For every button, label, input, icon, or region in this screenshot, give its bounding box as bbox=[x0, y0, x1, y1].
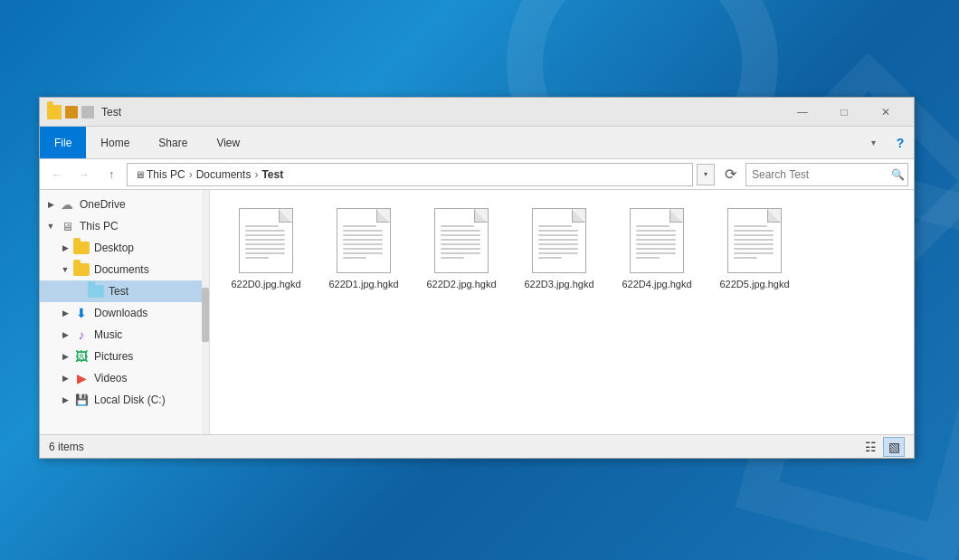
large-icons-view-icon: ▧ bbox=[888, 440, 900, 454]
items-count: 6 items bbox=[49, 441, 84, 453]
sidebar-item-music[interactable]: ▶ ♪ Music bbox=[40, 324, 209, 346]
documents-folder-icon bbox=[72, 261, 90, 279]
file-name: 622D1.jpg.hgkd bbox=[328, 279, 398, 289]
search-input[interactable] bbox=[752, 168, 888, 181]
doc-line bbox=[343, 257, 366, 259]
path-dropdown-button[interactable]: ▾ bbox=[697, 164, 715, 185]
path-separator-1: › bbox=[189, 168, 193, 181]
back-button[interactable]: ← bbox=[45, 163, 69, 186]
file-item[interactable]: 622D4.jpg.hgkd bbox=[612, 201, 702, 423]
status-bar: 6 items ☷ ▧ bbox=[40, 434, 914, 458]
forward-button[interactable]: → bbox=[72, 163, 96, 186]
window-controls: — □ ✕ bbox=[782, 98, 907, 127]
doc-line bbox=[343, 234, 383, 236]
file-item[interactable]: 622D0.jpg.hgkd bbox=[221, 201, 311, 423]
doc-line bbox=[245, 239, 285, 241]
large-icons-view-button[interactable]: ▧ bbox=[883, 437, 905, 457]
search-icon[interactable]: 🔍 bbox=[891, 168, 905, 181]
doc-line bbox=[734, 225, 767, 227]
expand-arrow-music: ▶ bbox=[58, 327, 72, 342]
pictures-icon: 🖼 bbox=[72, 347, 90, 365]
document-icon bbox=[727, 208, 782, 273]
file-item[interactable]: 622D3.jpg.hgkd bbox=[514, 201, 604, 423]
tab-view[interactable]: View bbox=[202, 127, 254, 158]
ribbon-more-button[interactable]: ▾ bbox=[859, 127, 887, 158]
doc-line bbox=[538, 239, 578, 241]
sidebar-scrollbar-track[interactable] bbox=[202, 190, 209, 434]
doc-line bbox=[343, 239, 383, 241]
search-box[interactable]: 🔍 bbox=[745, 163, 908, 186]
file-name: 622D0.jpg.hgkd bbox=[231, 279, 300, 289]
doc-lines bbox=[538, 225, 578, 259]
doc-line bbox=[343, 225, 376, 227]
doc-line bbox=[636, 257, 660, 259]
sidebar-item-videos[interactable]: ▶ ▶ Videos bbox=[40, 367, 209, 389]
document-icon bbox=[532, 208, 586, 273]
doc-line bbox=[245, 234, 285, 236]
sidebar-item-localdisk[interactable]: ▶ 💾 Local Disk (C:) bbox=[40, 389, 209, 411]
doc-line bbox=[343, 243, 383, 245]
refresh-button[interactable]: ⟳ bbox=[718, 163, 742, 186]
doc-line bbox=[538, 234, 578, 236]
expand-arrow-desktop: ▶ bbox=[58, 241, 72, 255]
doc-line bbox=[343, 248, 383, 250]
expand-arrow-downloads: ▶ bbox=[58, 306, 72, 320]
tab-home[interactable]: Home bbox=[86, 127, 144, 158]
sidebar-item-desktop[interactable]: ▶ Desktop bbox=[40, 237, 209, 259]
doc-line bbox=[734, 239, 774, 241]
minimize-button[interactable]: — bbox=[782, 98, 823, 127]
file-name: 622D2.jpg.hgkd bbox=[426, 279, 496, 289]
doc-line bbox=[245, 257, 269, 259]
title-folder-icon bbox=[47, 105, 62, 119]
doc-lines bbox=[245, 225, 285, 259]
help-button[interactable]: ? bbox=[887, 127, 914, 158]
doc-line bbox=[734, 257, 757, 259]
doc-line bbox=[245, 225, 279, 227]
maximize-button[interactable]: □ bbox=[823, 98, 865, 127]
sidebar-item-downloads[interactable]: ▶ ⬇ Downloads bbox=[40, 302, 209, 324]
videos-icon: ▶ bbox=[72, 369, 90, 387]
doc-line bbox=[441, 230, 480, 232]
sidebar-item-onedrive[interactable]: ▶ ☁ OneDrive bbox=[40, 194, 209, 215]
doc-line bbox=[538, 225, 572, 227]
title-icon3 bbox=[81, 106, 94, 119]
doc-line bbox=[441, 234, 480, 236]
up-arrow-icon: ↑ bbox=[109, 168, 114, 181]
close-button[interactable]: ✕ bbox=[865, 98, 907, 127]
sidebar-label-videos: Videos bbox=[94, 372, 127, 384]
sidebar-scrollbar-thumb[interactable] bbox=[202, 288, 209, 342]
desktop-folder-icon bbox=[72, 239, 90, 257]
doc-line bbox=[538, 230, 578, 232]
document-icon bbox=[239, 208, 293, 273]
sidebar-item-documents[interactable]: ▼ Documents bbox=[40, 259, 209, 280]
doc-lines bbox=[343, 225, 383, 259]
doc-line bbox=[636, 252, 676, 254]
sidebar: ▶ ☁ OneDrive ▼ 🖥 This PC ▶ Des bbox=[40, 190, 210, 434]
view-controls: ☷ ▧ bbox=[859, 437, 905, 457]
sidebar-item-pictures[interactable]: ▶ 🖼 Pictures bbox=[40, 346, 209, 367]
refresh-icon: ⟳ bbox=[725, 166, 736, 183]
doc-line bbox=[441, 248, 480, 250]
file-item[interactable]: 622D1.jpg.hgkd bbox=[318, 201, 409, 423]
details-view-button[interactable]: ☷ bbox=[859, 437, 881, 457]
sidebar-label-documents: Documents bbox=[94, 263, 149, 276]
window-title: Test bbox=[101, 106, 782, 119]
up-button[interactable]: ↑ bbox=[100, 163, 123, 186]
doc-line bbox=[734, 234, 774, 236]
doc-line bbox=[538, 243, 578, 245]
tab-file[interactable]: File bbox=[40, 127, 86, 158]
doc-line bbox=[734, 252, 774, 254]
doc-line bbox=[636, 243, 676, 245]
path-documents: Documents bbox=[196, 168, 252, 181]
address-path[interactable]: 🖥 This PC › Documents › Test bbox=[127, 163, 693, 186]
sidebar-item-test[interactable]: ▶ Test bbox=[40, 280, 209, 302]
explorer-window: Test — □ ✕ File Home Share View ▾ ? ← bbox=[39, 97, 915, 459]
sidebar-label-onedrive: OneDrive bbox=[80, 198, 126, 211]
sidebar-item-thispc[interactable]: ▼ 🖥 This PC bbox=[40, 215, 209, 237]
file-item[interactable]: 622D2.jpg.hgkd bbox=[416, 201, 507, 423]
path-separator-2: › bbox=[254, 168, 258, 181]
expand-arrow-pictures: ▶ bbox=[58, 349, 72, 364]
tab-share[interactable]: Share bbox=[144, 127, 202, 158]
file-item[interactable]: 622D5.jpg.hgkd bbox=[709, 201, 800, 423]
expand-arrow-localdisk: ▶ bbox=[58, 393, 72, 407]
